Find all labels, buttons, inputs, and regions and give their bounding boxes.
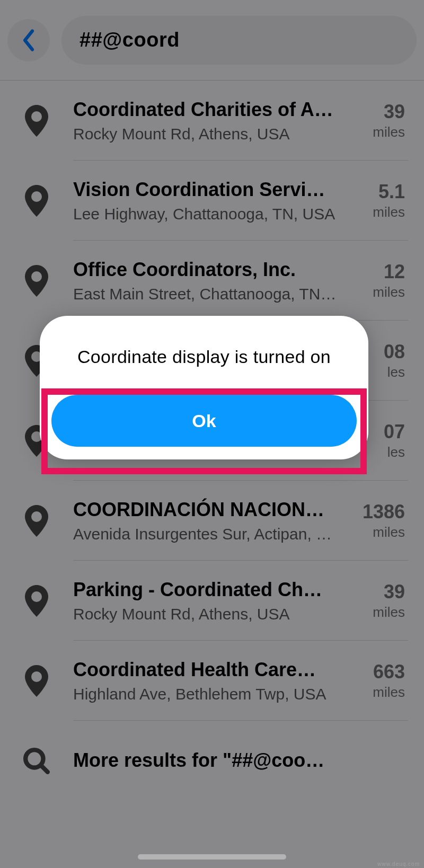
ok-button-label: Ok: [192, 411, 216, 431]
app-screen: Coordinated Charities of A… Rocky Mount …: [0, 0, 424, 868]
ok-button[interactable]: Ok: [51, 395, 357, 447]
watermark: www.deuq.com: [377, 861, 420, 867]
alert-dialog: Coordinate display is turned on Ok: [40, 316, 368, 459]
dialog-message: Coordinate display is turned on: [51, 347, 357, 367]
home-indicator[interactable]: [138, 854, 286, 860]
